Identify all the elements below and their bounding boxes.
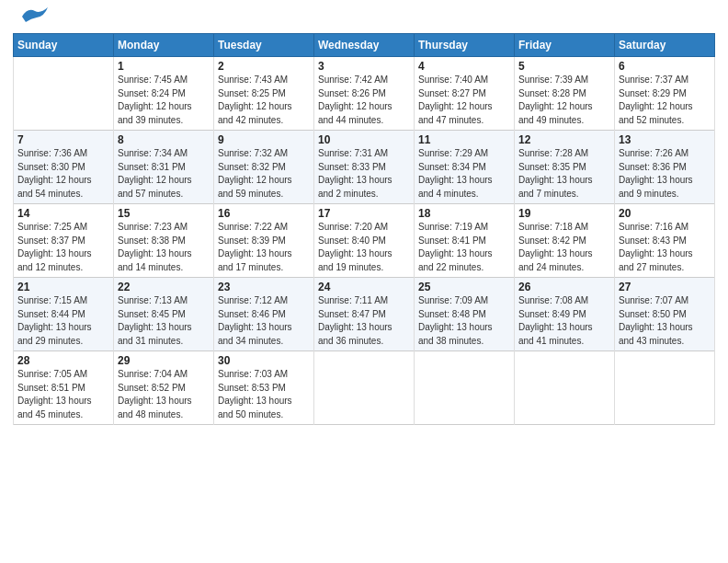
day-number: 26	[518, 281, 610, 293]
day-number: 20	[619, 207, 711, 220]
day-number: 25	[418, 281, 510, 293]
header-cell-sunday: Sunday	[14, 34, 114, 57]
calendar-cell: 6Sunrise: 7:37 AMSunset: 8:29 PMDaylight…	[615, 57, 715, 131]
day-info: Sunrise: 7:45 AMSunset: 8:24 PMDaylight:…	[118, 74, 210, 127]
day-info: Sunrise: 7:08 AMSunset: 8:49 PMDaylight:…	[518, 294, 610, 348]
calendar-cell: 8Sunrise: 7:34 AMSunset: 8:31 PMDaylight…	[114, 131, 214, 204]
day-info: Sunrise: 7:42 AMSunset: 8:26 PMDaylight:…	[318, 74, 410, 127]
day-number: 6	[619, 60, 711, 73]
day-info: Sunrise: 7:04 AMSunset: 8:52 PMDaylight:…	[118, 368, 210, 421]
day-info: Sunrise: 7:29 AMSunset: 8:34 PMDaylight:…	[418, 147, 510, 201]
header-cell-monday: Monday	[114, 34, 214, 57]
day-number: 5	[518, 60, 610, 73]
day-number: 29	[118, 354, 210, 367]
day-info: Sunrise: 7:07 AMSunset: 8:50 PMDaylight:…	[619, 294, 711, 348]
day-info: Sunrise: 7:36 AMSunset: 8:30 PMDaylight:…	[17, 147, 109, 201]
day-number: 2	[218, 60, 310, 73]
day-number: 21	[17, 281, 109, 293]
day-info: Sunrise: 7:25 AMSunset: 8:37 PMDaylight:…	[17, 221, 109, 274]
calendar-cell: 7Sunrise: 7:36 AMSunset: 8:30 PMDaylight…	[14, 131, 114, 204]
day-number: 19	[518, 207, 610, 220]
calendar-cell: 13Sunrise: 7:26 AMSunset: 8:36 PMDayligh…	[615, 131, 715, 204]
calendar-cell: 14Sunrise: 7:25 AMSunset: 8:37 PMDayligh…	[14, 204, 114, 278]
calendar-cell: 24Sunrise: 7:11 AMSunset: 8:47 PMDayligh…	[314, 278, 415, 351]
day-info: Sunrise: 7:32 AMSunset: 8:32 PMDaylight:…	[218, 147, 310, 201]
day-info: Sunrise: 7:43 AMSunset: 8:25 PMDaylight:…	[218, 74, 310, 127]
calendar-cell: 27Sunrise: 7:07 AMSunset: 8:50 PMDayligh…	[615, 278, 715, 351]
day-info: Sunrise: 7:16 AMSunset: 8:43 PMDaylight:…	[619, 221, 711, 274]
header-cell-saturday: Saturday	[615, 34, 715, 57]
day-info: Sunrise: 7:15 AMSunset: 8:44 PMDaylight:…	[17, 294, 109, 348]
calendar-cell: 15Sunrise: 7:23 AMSunset: 8:38 PMDayligh…	[114, 204, 214, 278]
calendar-cell	[14, 57, 114, 131]
day-number: 14	[17, 207, 109, 220]
day-number: 15	[118, 207, 210, 220]
day-info: Sunrise: 7:39 AMSunset: 8:28 PMDaylight:…	[518, 74, 610, 127]
day-number: 7	[17, 133, 109, 146]
day-number: 9	[218, 133, 310, 146]
calendar-body: 1Sunrise: 7:45 AMSunset: 8:24 PMDaylight…	[14, 57, 715, 425]
day-number: 28	[17, 354, 109, 367]
logo	[13, 9, 50, 26]
calendar-cell: 12Sunrise: 7:28 AMSunset: 8:35 PMDayligh…	[515, 131, 615, 204]
day-info: Sunrise: 7:28 AMSunset: 8:35 PMDaylight:…	[518, 147, 610, 201]
day-info: Sunrise: 7:13 AMSunset: 8:45 PMDaylight:…	[118, 294, 210, 348]
calendar-table: SundayMondayTuesdayWednesdayThursdayFrid…	[13, 33, 715, 425]
header-cell-tuesday: Tuesday	[214, 34, 314, 57]
day-number: 10	[318, 133, 410, 146]
day-number: 8	[118, 133, 210, 146]
calendar-cell: 17Sunrise: 7:20 AMSunset: 8:40 PMDayligh…	[314, 204, 415, 278]
day-number: 18	[418, 207, 510, 220]
calendar-cell: 18Sunrise: 7:19 AMSunset: 8:41 PMDayligh…	[415, 204, 515, 278]
calendar-cell: 4Sunrise: 7:40 AMSunset: 8:27 PMDaylight…	[415, 57, 515, 131]
day-info: Sunrise: 7:19 AMSunset: 8:41 PMDaylight:…	[418, 221, 510, 274]
day-info: Sunrise: 7:11 AMSunset: 8:47 PMDaylight:…	[318, 294, 410, 348]
day-info: Sunrise: 7:40 AMSunset: 8:27 PMDaylight:…	[418, 74, 510, 127]
calendar-cell: 9Sunrise: 7:32 AMSunset: 8:32 PMDaylight…	[214, 131, 314, 204]
day-info: Sunrise: 7:22 AMSunset: 8:39 PMDaylight:…	[218, 221, 310, 274]
calendar-cell: 29Sunrise: 7:04 AMSunset: 8:52 PMDayligh…	[114, 351, 214, 425]
calendar-cell: 10Sunrise: 7:31 AMSunset: 8:33 PMDayligh…	[314, 131, 415, 204]
logo-bird-icon	[15, 6, 50, 26]
day-info: Sunrise: 7:34 AMSunset: 8:31 PMDaylight:…	[118, 147, 210, 201]
day-info: Sunrise: 7:12 AMSunset: 8:46 PMDaylight:…	[218, 294, 310, 348]
day-info: Sunrise: 7:26 AMSunset: 8:36 PMDaylight:…	[619, 147, 711, 201]
day-number: 11	[418, 133, 510, 146]
calendar-cell: 21Sunrise: 7:15 AMSunset: 8:44 PMDayligh…	[14, 278, 114, 351]
week-row-1: 7Sunrise: 7:36 AMSunset: 8:30 PMDaylight…	[14, 131, 715, 204]
day-number: 4	[418, 60, 510, 73]
week-row-0: 1Sunrise: 7:45 AMSunset: 8:24 PMDaylight…	[14, 57, 715, 131]
day-number: 13	[619, 133, 711, 146]
day-number: 1	[118, 60, 210, 73]
header-cell-friday: Friday	[515, 34, 615, 57]
header-cell-wednesday: Wednesday	[314, 34, 415, 57]
day-number: 17	[318, 207, 410, 220]
day-info: Sunrise: 7:18 AMSunset: 8:42 PMDaylight:…	[518, 221, 610, 274]
page: SundayMondayTuesdayWednesdayThursdayFrid…	[0, 0, 728, 563]
calendar-cell: 5Sunrise: 7:39 AMSunset: 8:28 PMDaylight…	[515, 57, 615, 131]
calendar-cell	[314, 351, 415, 425]
calendar-cell: 20Sunrise: 7:16 AMSunset: 8:43 PMDayligh…	[615, 204, 715, 278]
day-number: 27	[619, 281, 711, 293]
calendar-cell	[615, 351, 715, 425]
week-row-2: 14Sunrise: 7:25 AMSunset: 8:37 PMDayligh…	[14, 204, 715, 278]
day-info: Sunrise: 7:23 AMSunset: 8:38 PMDaylight:…	[118, 221, 210, 274]
calendar-cell: 1Sunrise: 7:45 AMSunset: 8:24 PMDaylight…	[114, 57, 214, 131]
calendar-cell: 11Sunrise: 7:29 AMSunset: 8:34 PMDayligh…	[415, 131, 515, 204]
day-number: 22	[118, 281, 210, 293]
day-number: 16	[218, 207, 310, 220]
calendar-header-row: SundayMondayTuesdayWednesdayThursdayFrid…	[14, 34, 715, 57]
day-info: Sunrise: 7:03 AMSunset: 8:53 PMDaylight:…	[218, 368, 310, 421]
week-row-3: 21Sunrise: 7:15 AMSunset: 8:44 PMDayligh…	[14, 278, 715, 351]
calendar-cell: 22Sunrise: 7:13 AMSunset: 8:45 PMDayligh…	[114, 278, 214, 351]
day-info: Sunrise: 7:31 AMSunset: 8:33 PMDaylight:…	[318, 147, 410, 201]
calendar-cell: 19Sunrise: 7:18 AMSunset: 8:42 PMDayligh…	[515, 204, 615, 278]
calendar-cell: 30Sunrise: 7:03 AMSunset: 8:53 PMDayligh…	[214, 351, 314, 425]
calendar-cell: 23Sunrise: 7:12 AMSunset: 8:46 PMDayligh…	[214, 278, 314, 351]
day-number: 30	[218, 354, 310, 367]
day-number: 12	[518, 133, 610, 146]
day-info: Sunrise: 7:20 AMSunset: 8:40 PMDaylight:…	[318, 221, 410, 274]
day-number: 24	[318, 281, 410, 293]
calendar-cell: 28Sunrise: 7:05 AMSunset: 8:51 PMDayligh…	[14, 351, 114, 425]
week-row-4: 28Sunrise: 7:05 AMSunset: 8:51 PMDayligh…	[14, 351, 715, 425]
